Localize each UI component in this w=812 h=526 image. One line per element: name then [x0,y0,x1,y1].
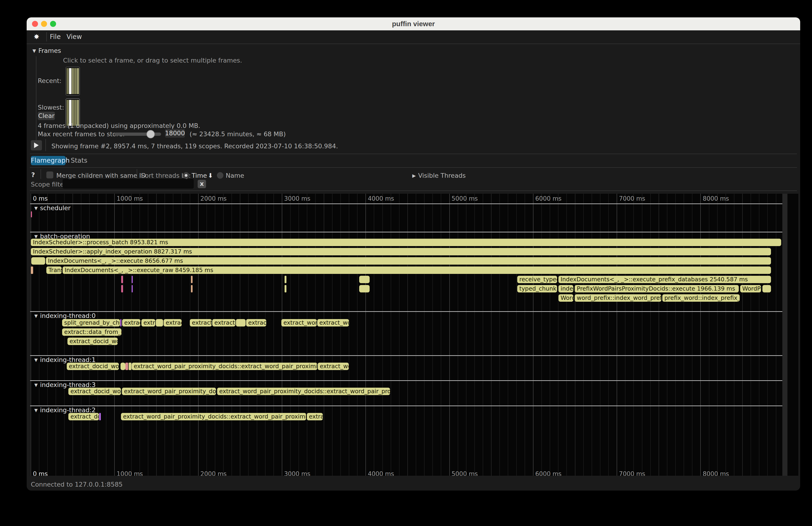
scope-bar[interactable]: extract_word_pair_proximity_docids::extr… [121,413,306,420]
scope-bar[interactable]: extract_word_pair_proximity_docids::extr… [217,388,390,395]
scope-bar[interactable] [31,266,33,274]
scope-bar[interactable]: extrac [164,319,182,326]
scope-bar[interactable]: IndexScheduler>::process_batch 8953.821 … [31,239,781,246]
gridline [483,194,483,476]
collapse-triangle-icon: ▼ [34,408,38,413]
scope-bar[interactable]: extract_wo [317,319,349,326]
gridline [742,194,743,476]
collapse-triangle-icon: ▼ [34,357,38,362]
gridline [734,194,734,476]
scope-bar[interactable] [285,285,287,292]
gridline [206,194,207,476]
thread-header[interactable]: ▼indexing-thread:0 [32,312,98,319]
sort-by-name-radio[interactable] [217,172,223,179]
scope-bar[interactable]: split_grenad_by_chun [62,319,120,326]
play-pause-button[interactable] [31,140,42,150]
scope-bar[interactable]: extract::data_from_ob [62,328,121,336]
scope-bar[interactable]: receive_typed_ [517,276,557,283]
thread-header[interactable]: ▼indexing-thread:3 [32,381,98,388]
gridline [374,194,374,476]
scope-filter-input[interactable] [62,179,194,189]
max-frames-value[interactable]: 18000 [165,129,185,138]
scope-bar[interactable]: extract_doc [68,413,99,420]
scope-bar[interactable]: extract_docid_word [68,338,118,345]
scope-bar[interactable]: Trans [46,266,62,274]
scope-bar[interactable]: word_prefix::index_word_prefix_ [575,294,662,302]
scope-bar[interactable] [120,319,121,326]
menu-file[interactable]: File [50,30,61,43]
thread-header[interactable]: ▼scheduler [32,204,73,211]
visible-threads-header[interactable]: ▶Visible Threads [412,172,466,179]
scope-bar[interactable] [121,276,123,283]
scope-bar[interactable]: prefix_word::index_prefix_wo [662,294,740,302]
scope-bar[interactable]: IndexDocuments<_, _>::execute_raw 8459.1… [62,266,771,274]
scope-bar[interactable] [31,211,32,217]
scope-bar[interactable]: extract_ [190,319,212,326]
time-ruler-label: 6000 ms [535,470,562,476]
connection-status: Connected to 127.0.0.1:8585 [31,481,122,488]
recent-frames-thumbnail[interactable] [66,67,80,96]
time-ruler-label: 0 ms [33,195,48,202]
scope-bar[interactable]: extract_ [212,319,235,326]
scope-bar[interactable] [763,285,771,292]
scope-bar[interactable] [99,413,101,420]
gridline [566,194,567,476]
help-button[interactable]: ? [31,171,35,178]
scope-bar[interactable]: extrac [307,413,323,420]
time-ruler-label: 1000 ms [117,195,143,202]
scope-bar[interactable] [129,363,131,370]
menu-view[interactable]: View [67,30,82,43]
scope-bar[interactable]: extract_word_pair_proximity_docids::extr… [132,363,317,370]
gridline [340,194,341,476]
sort-by-time-radio[interactable] [183,172,189,179]
scope-bar[interactable]: index [559,285,573,292]
theme-toggle-icon[interactable]: ✸ [33,33,39,41]
clear-filter-button[interactable]: x [198,180,206,188]
scope-bar[interactable]: extract [246,319,266,326]
gridline [550,194,550,476]
scope-bar[interactable] [285,276,287,283]
scope-bar[interactable]: Word [559,294,573,302]
max-frames-slider-handle[interactable] [146,130,155,138]
tab-stats[interactable]: Stats [70,156,88,165]
scope-bar[interactable] [132,285,133,292]
scope-bar[interactable]: PrefixWordPairsProximityDocids::execute … [575,285,739,292]
scope-bar[interactable]: extract_word_pair_proximity_docids [122,388,216,395]
scope-bar[interactable] [125,363,128,370]
scope-bar[interactable]: extract_docid_word [68,388,121,395]
scope-bar[interactable] [191,285,192,292]
collapse-triangle-icon: ▼ [32,48,36,54]
scope-bar[interactable] [156,319,163,326]
scope-bar[interactable]: extract [122,319,141,326]
scope-bar[interactable]: WordPr [740,285,761,292]
merge-children-checkbox[interactable] [46,172,53,178]
frames-section-header[interactable]: ▼Frames [32,47,61,54]
scope-bar[interactable]: extract_word [281,319,317,326]
scope-bar[interactable] [359,276,369,283]
scope-bar[interactable]: extract_docid_word [67,363,119,370]
scope-bar[interactable] [121,285,123,292]
lane-separator [30,406,782,406]
radio-dot [185,174,187,177]
scope-bar[interactable]: extract_wo [318,363,349,370]
scope-bar[interactable] [120,363,125,370]
flamegraph-scrollbar[interactable] [782,194,787,476]
recent-label: Recent: [38,77,61,84]
thread-header[interactable]: ▼indexing-thread:2 [32,406,98,414]
thread-header[interactable]: ▼indexing-thread:1 [32,356,98,363]
flamegraph-canvas[interactable]: 0 ms1000 ms2000 ms3000 ms4000 ms5000 ms6… [30,194,798,476]
tab-flamegraph[interactable]: Flamegraph [31,156,66,165]
scope-bar[interactable] [236,319,246,326]
clear-button[interactable]: Clear [38,112,55,120]
gridline [265,194,265,476]
scope-bar[interactable]: IndexDocuments<_, _>::execute 8656.677 m… [46,257,771,265]
scope-bar[interactable]: IndexDocuments<_, _>::execute_prefix_dat… [559,276,771,283]
gridline [608,194,609,476]
scope-bar[interactable] [31,257,45,265]
scope-bar[interactable] [132,276,133,283]
scope-bar[interactable] [359,285,369,292]
scope-bar[interactable]: typed_chunk::w [517,285,557,292]
scope-bar[interactable]: IndexScheduler>::apply_index_operation 8… [31,248,771,255]
scope-bar[interactable]: extra [141,319,155,326]
scope-bar[interactable] [191,276,192,283]
